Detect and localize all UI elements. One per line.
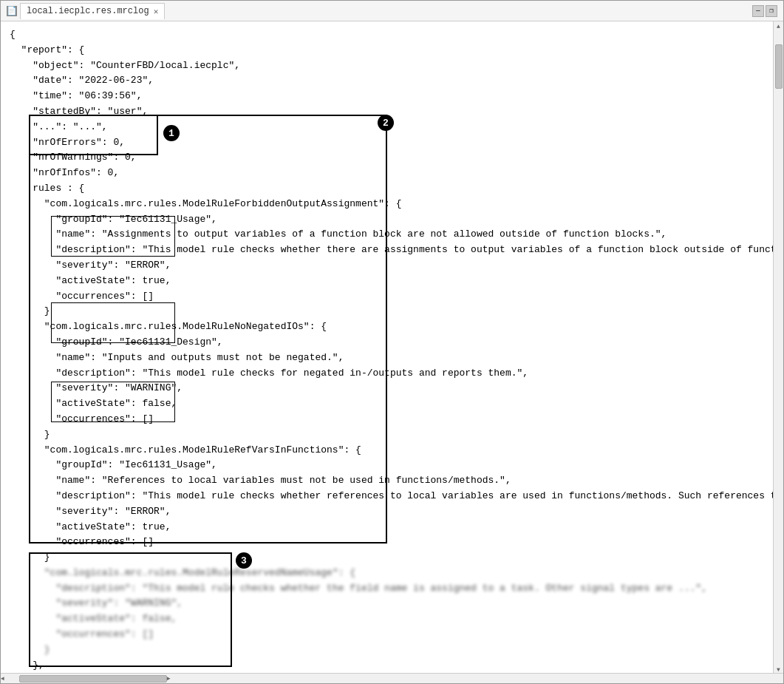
tab-close-button[interactable]: ✕	[154, 7, 159, 16]
vertical-scrollbar[interactable]: ▲ ▼	[773, 21, 783, 673]
title-bar: 📄 local.iecplc.res.mrclog ✕ — ❐	[1, 1, 783, 21]
scrollbar-thumb-h[interactable]	[19, 675, 167, 683]
minimize-button[interactable]: —	[752, 5, 764, 17]
scroll-left-arrow[interactable]: ◄	[1, 675, 4, 682]
scroll-down-arrow[interactable]: ▼	[777, 666, 780, 673]
horizontal-scrollbar[interactable]: ◄ ►	[1, 673, 783, 683]
main-window: 📄 local.iecplc.res.mrclog ✕ — ❐ 1 2	[0, 0, 784, 684]
file-icon: 📄	[7, 6, 17, 16]
restore-button[interactable]: ❐	[766, 5, 777, 17]
editor-pane[interactable]: 1 2 3 { "report": { "object": "CounterFB…	[1, 21, 773, 673]
content-area: 1 2 3 { "report": { "object": "CounterFB…	[1, 21, 783, 673]
scroll-up-arrow[interactable]: ▲	[777, 23, 780, 30]
scrollbar-thumb-v[interactable]	[775, 44, 783, 89]
tab-label: local.iecplc.res.mrclog	[27, 6, 149, 16]
scroll-right-arrow[interactable]: ►	[167, 675, 171, 682]
json-content: { "report": { "object": "CounterFBD/loca…	[1, 21, 773, 673]
file-tab[interactable]: local.iecplc.res.mrclog ✕	[20, 3, 165, 19]
window-controls: — ❐	[752, 5, 777, 17]
